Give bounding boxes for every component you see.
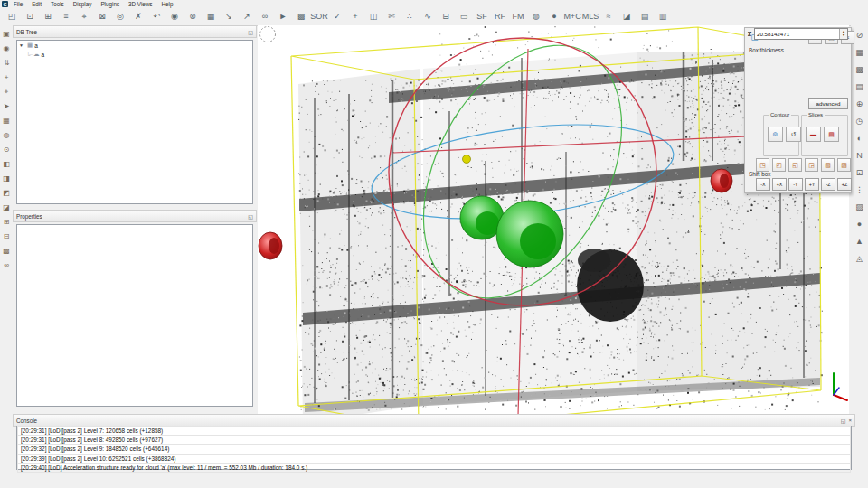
open-icon[interactable]: ◰: [3, 9, 21, 25]
menu-file[interactable]: File: [10, 1, 26, 7]
plugin-10-icon[interactable]: ⋮: [852, 182, 868, 199]
gizmo-center-sphere[interactable]: [463, 155, 471, 164]
point-size-icon[interactable]: ⇅: [0, 56, 14, 70]
plugin-5-icon[interactable]: ⊕: [852, 96, 868, 113]
float-panel-icon[interactable]: ◱: [248, 29, 253, 35]
plugin-4-icon[interactable]: ▤: [852, 79, 868, 96]
shift-box-button[interactable]: -Z: [821, 178, 835, 191]
sphere-fit-icon[interactable]: ◎: [111, 9, 129, 25]
pointer-icon[interactable]: ➤: [0, 99, 14, 114]
orientation-xz-button[interactable]: ◱: [788, 158, 802, 172]
delete-icon[interactable]: ✗: [129, 9, 147, 25]
view-top-icon[interactable]: ◧: [0, 157, 14, 172]
octree-icon[interactable]: ▦: [202, 9, 220, 25]
plugin-2-icon[interactable]: ▦: [852, 44, 868, 61]
point-picking-icon[interactable]: ⌖: [75, 9, 93, 25]
expander-icon[interactable]: ▼: [19, 42, 25, 48]
save-icon[interactable]: ⊡: [21, 9, 39, 25]
sf-icon[interactable]: SF: [473, 9, 491, 25]
menu-display[interactable]: Display: [70, 1, 96, 7]
orientation-yx-button[interactable]: ◰: [772, 158, 786, 172]
undo-icon[interactable]: ↶: [147, 9, 165, 25]
view-right-icon[interactable]: ⊟: [0, 230, 14, 244]
zoom-in-icon[interactable]: ↗: [238, 9, 256, 25]
rect-select-icon[interactable]: ▭: [455, 9, 473, 25]
orientation-xy-button[interactable]: ◳: [756, 158, 769, 172]
display-options-icon[interactable]: ▣: [0, 27, 14, 42]
extract-slice-button[interactable]: ▬: [806, 127, 821, 142]
shift-box-button[interactable]: +Z: [837, 178, 852, 191]
clone-icon[interactable]: ⊞: [39, 9, 57, 25]
plugin-9-icon[interactable]: ⊡: [852, 164, 868, 182]
menu-tools[interactable]: Tools: [47, 1, 68, 7]
eyes-icon[interactable]: ∞: [0, 258, 14, 273]
zoom-out-icon[interactable]: ↘: [220, 9, 238, 25]
minus-icon[interactable]: ⊟: [437, 9, 455, 25]
plugin-7-icon[interactable]: ◐: [852, 130, 868, 147]
spinner-buttons[interactable]: ▲ ▼: [839, 29, 847, 39]
plugin-14-icon[interactable]: ◬: [852, 250, 868, 267]
crosshair-icon[interactable]: +: [0, 70, 14, 85]
gear-icon[interactable]: ⊗: [184, 9, 202, 25]
sample-points-icon[interactable]: ∴: [401, 9, 419, 25]
console-line[interactable]: [20:29:40] [LoD] Acceleration structure …: [17, 463, 851, 473]
plane-icon[interactable]: ◪: [618, 9, 636, 25]
sor-filter-icon[interactable]: SOR: [310, 9, 328, 25]
plugin-8-icon[interactable]: N: [852, 147, 868, 164]
checker-icon[interactable]: ▩: [292, 9, 310, 25]
fm-icon[interactable]: FM: [509, 9, 527, 25]
pivot-icon[interactable]: ⌖: [0, 85, 14, 99]
sphere-tool-icon[interactable]: ◍: [527, 9, 545, 25]
camera-icon[interactable]: ◉: [0, 42, 14, 56]
orientation-zy-button[interactable]: ▨: [837, 158, 851, 172]
mc-icon[interactable]: M+C: [563, 9, 581, 25]
iso-view-icon[interactable]: ▩: [0, 244, 14, 258]
plugin-12-icon[interactable]: ●: [852, 216, 868, 233]
globe-icon[interactable]: ◍: [0, 128, 14, 143]
extract-contour-button[interactable]: ⊚: [768, 127, 783, 142]
shift-box-button[interactable]: -Y: [788, 178, 803, 191]
advanced-button[interactable]: advanced: [808, 98, 848, 109]
curve-icon[interactable]: ∿: [419, 9, 437, 25]
properties-icon[interactable]: ≡: [57, 9, 75, 25]
view-left-icon[interactable]: ⊞: [0, 215, 14, 230]
thickness-input[interactable]: 20.58142471 ▲ ▼: [754, 28, 848, 40]
segment-icon[interactable]: ⊠: [93, 9, 111, 25]
smooth-icon[interactable]: ≈: [599, 9, 618, 25]
menu-help[interactable]: Help: [158, 1, 177, 7]
tree-item-root[interactable]: ▼ ▦ a: [17, 41, 252, 50]
translate-icon[interactable]: +: [346, 9, 364, 25]
plugin-3-icon[interactable]: ▩: [852, 61, 868, 79]
cut-icon[interactable]: ✄: [382, 9, 401, 25]
clear-contour-button[interactable]: ↺: [786, 127, 801, 142]
pin-icon[interactable]: ◉: [165, 9, 184, 25]
view-back-icon[interactable]: ◪: [0, 201, 14, 215]
cube-view-icon[interactable]: ▦: [0, 114, 14, 128]
list-b-icon[interactable]: ▥: [654, 9, 672, 25]
tree-item-cloud[interactable]: └┈ ☁ a: [17, 50, 252, 59]
menu-edit[interactable]: Edit: [28, 1, 45, 7]
view-bottom-icon[interactable]: ◨: [0, 172, 14, 186]
shift-box-button[interactable]: +X: [772, 178, 787, 191]
view-front-icon[interactable]: ◩: [0, 186, 14, 201]
mirror-icon[interactable]: ◫: [364, 9, 382, 25]
rf-icon[interactable]: RF: [491, 9, 509, 25]
list-a-icon[interactable]: ▤: [636, 9, 654, 25]
mls-icon[interactable]: MLS: [581, 9, 599, 25]
extract-multi-slices-button[interactable]: ▤: [824, 127, 839, 142]
orientation-zx-button[interactable]: ◲: [805, 158, 818, 172]
shift-box-button[interactable]: -X: [756, 178, 770, 191]
spin-down-icon[interactable]: ▼: [842, 34, 845, 38]
zoom-icon[interactable]: ⊙: [0, 143, 14, 157]
plugin-13-icon[interactable]: ▲: [852, 233, 868, 250]
float-panel-icon[interactable]: ◱: [841, 418, 846, 424]
menu-3d-views[interactable]: 3D Views: [125, 1, 156, 7]
dot-tool-icon[interactable]: ●: [545, 9, 563, 25]
plugin-11-icon[interactable]: ▨: [852, 199, 868, 216]
close-console-icon[interactable]: ×: [848, 418, 852, 423]
run-icon[interactable]: ►: [274, 9, 292, 25]
orientation-yz-button[interactable]: ▧: [821, 158, 835, 172]
link-icon[interactable]: ∞: [256, 9, 274, 25]
plugin-6-icon[interactable]: ◷: [852, 113, 868, 130]
check-icon[interactable]: ✓: [328, 9, 346, 25]
